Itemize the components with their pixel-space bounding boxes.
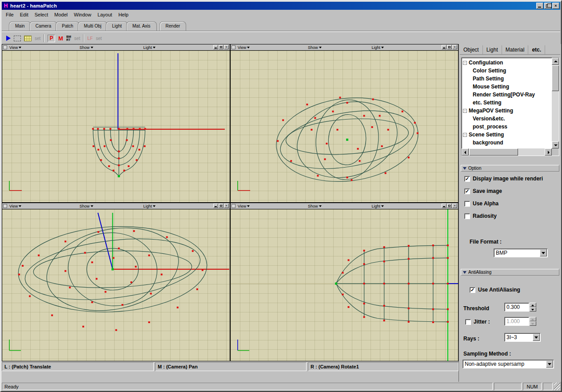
light-menu[interactable]: Light [143, 203, 155, 209]
threshold-input[interactable] [504, 303, 529, 312]
collapse-icon[interactable]: - [463, 133, 467, 137]
view-menu[interactable]: View [9, 44, 21, 50]
tree-item-scene-setting[interactable]: -Scene Setting [463, 131, 551, 139]
viewport-minimize-button[interactable] [213, 204, 218, 208]
view-menu[interactable]: View [238, 203, 250, 209]
file-format-dropdown[interactable]: BMP [494, 248, 548, 257]
threshold-spinner[interactable] [530, 303, 536, 312]
dropdown-arrow-button[interactable] [540, 249, 547, 256]
light-menu[interactable]: Light [143, 44, 155, 50]
show-menu[interactable]: Show [308, 203, 322, 209]
povray-button[interactable]: P [48, 35, 55, 42]
tree-item-mouse-setting[interactable]: Mouse Setting [463, 83, 551, 91]
tab-patch[interactable]: Patch [56, 21, 80, 31]
megapov-button[interactable]: M [58, 35, 63, 42]
grid-set-label[interactable]: set [35, 36, 40, 41]
viewport-maximize-button[interactable] [219, 45, 223, 49]
marquee-select-icon[interactable] [14, 36, 21, 41]
menu-edit[interactable]: Edit [17, 11, 32, 18]
viewport-close-button[interactable]: × [452, 45, 457, 49]
collapse-icon[interactable]: - [463, 61, 467, 65]
view-menu[interactable]: View [9, 203, 21, 209]
viewport-top-canvas[interactable] [2, 209, 230, 361]
viewport-close-button[interactable]: × [224, 45, 229, 49]
radiosity-checkbox[interactable] [464, 213, 470, 219]
restore-button[interactable] [544, 3, 551, 9]
viewport-close-button[interactable]: × [224, 204, 229, 208]
viewport-system-icon[interactable] [231, 45, 235, 49]
dropdown-arrow-button[interactable] [546, 360, 553, 368]
spin-up-icon[interactable] [530, 303, 536, 307]
minimize-button[interactable] [536, 3, 543, 9]
light-menu[interactable]: Light [371, 44, 384, 50]
use-alpha-checkbox[interactable] [464, 201, 470, 207]
tab-render[interactable]: Render [159, 21, 187, 31]
spin-down-icon[interactable] [530, 307, 536, 312]
panel-tab-object[interactable]: Object [460, 45, 483, 54]
dropdown-arrow-button[interactable] [533, 334, 540, 341]
antialiasing-section-header[interactable]: AntiAliasing [461, 269, 559, 276]
light-menu[interactable]: Light [371, 203, 384, 209]
display-image-checkbox[interactable] [464, 176, 470, 182]
menu-file[interactable]: File [3, 11, 17, 18]
show-menu[interactable]: Show [80, 44, 93, 50]
close-button[interactable]: × [552, 3, 559, 9]
tree-item-color-setting[interactable]: Color Setting [463, 67, 551, 75]
scroll-right-button[interactable] [545, 148, 552, 156]
tree-horizontal-scrollbar[interactable] [462, 148, 552, 156]
view-menu[interactable]: View [238, 44, 250, 50]
menu-select[interactable]: Select [32, 11, 52, 18]
tree-item-render-setting[interactable]: Render Setting[POV-Ray [463, 91, 551, 99]
viewport-maximize-button[interactable] [447, 204, 452, 208]
scroll-down-button[interactable] [552, 141, 559, 148]
tab-multi-obj[interactable]: Multi Obj [78, 21, 108, 31]
sampling-method-dropdown[interactable]: Non-adaptive supersamp [462, 360, 554, 368]
menu-model[interactable]: Model [51, 11, 71, 18]
tab-camera[interactable]: Camera [29, 21, 58, 31]
tree-item-path-setting[interactable]: Path Setting [463, 75, 551, 83]
render-play-icon[interactable] [6, 36, 11, 41]
viewport-system-icon[interactable] [231, 204, 235, 208]
viewport-side-canvas[interactable] [231, 209, 458, 361]
viewport-minimize-button[interactable] [442, 204, 446, 208]
menu-help[interactable]: Help [115, 11, 132, 18]
show-menu[interactable]: Show [80, 203, 93, 209]
viewport-front-canvas[interactable] [2, 50, 230, 202]
viewport-maximize-button[interactable] [447, 45, 452, 49]
viewport-minimize-button[interactable] [213, 45, 218, 49]
scroll-thumb[interactable] [552, 65, 559, 91]
viewport-system-icon[interactable] [3, 45, 7, 49]
resize-grip[interactable] [554, 383, 560, 390]
scroll-left-button[interactable] [462, 148, 469, 156]
viewport-close-button[interactable]: × [452, 204, 457, 208]
jitter-checkbox[interactable] [465, 319, 471, 325]
viewport-maximize-button[interactable] [219, 204, 223, 208]
lf-set-label[interactable]: set [96, 36, 102, 41]
lf-button[interactable]: LF [87, 36, 92, 41]
tab-light[interactable]: Light [106, 21, 128, 31]
rays-dropdown[interactable]: 3I~3 [504, 333, 541, 342]
scroll-thumb[interactable] [469, 148, 518, 156]
show-menu[interactable]: Show [308, 44, 322, 50]
viewport-minimize-button[interactable] [442, 45, 446, 49]
panel-tab-light[interactable]: Light [483, 45, 502, 54]
menu-window[interactable]: Window [71, 11, 94, 18]
collapse-icon[interactable]: - [463, 109, 467, 113]
bmrt-set-label[interactable]: set [74, 36, 80, 41]
option-section-header[interactable]: Option [461, 165, 559, 172]
tab-main[interactable]: Main [9, 21, 31, 31]
scroll-up-button[interactable] [552, 58, 559, 65]
save-image-checkbox[interactable] [464, 188, 470, 194]
menu-layout[interactable]: Layout [94, 11, 115, 18]
tree-item-etc-setting[interactable]: etc. Setting [463, 99, 551, 107]
tree-item-megapov-setting[interactable]: -MegaPOV Setting [463, 107, 551, 115]
viewport-perspective-canvas[interactable] [231, 50, 458, 202]
panel-tab-material[interactable]: Material [502, 45, 529, 54]
tab-mat-axis[interactable]: Mat. Axis [126, 21, 157, 31]
viewport-system-icon[interactable] [3, 204, 7, 208]
tree-item-include[interactable]: include [463, 147, 551, 148]
tree-item-version-etc[interactable]: Version&etc. [463, 115, 551, 123]
tree-vertical-scrollbar[interactable] [552, 58, 559, 148]
tree-item-configulation[interactable]: -Configulation [463, 59, 551, 67]
use-antialiasing-checkbox[interactable] [470, 287, 475, 293]
